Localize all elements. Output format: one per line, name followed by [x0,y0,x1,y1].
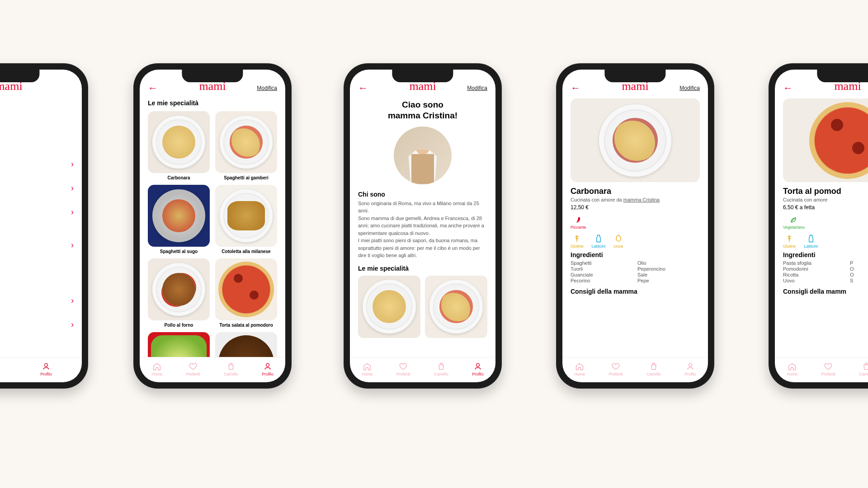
back-arrow-icon[interactable]: ← [783,83,793,93]
dish-thumb[interactable] [358,276,420,338]
dish-card[interactable] [215,332,277,357]
specialties-heading: Le mie specialità [358,265,487,272]
tag-dairy: Latticini [804,234,818,249]
chevron-right-icon: › [71,296,74,305]
modify-link[interactable]: Modifica [679,85,700,91]
back-arrow-icon[interactable]: ← [571,83,580,93]
settings-title: na [0,97,74,104]
tab-bar: Home Preferiti Carrello Profilo [350,357,495,382]
tab-favorites[interactable]: Preferiti [821,362,835,376]
cook-link[interactable]: mamma Cristina [623,197,660,202]
ingredients-heading: Ingredienti [571,251,700,258]
tab-profile[interactable]: Profilo [40,362,52,376]
settings-row[interactable]: › [0,200,74,224]
avatar [394,127,452,184]
tab-favorites[interactable]: Preferiti [186,362,200,376]
tab-favorites[interactable]: Preferiti [609,362,623,376]
tab-bar: Home Preferiti Carrello Profilo [140,357,285,382]
settings-row[interactable]: › [0,152,74,176]
chevron-right-icon: › [71,183,74,193]
dish-card[interactable]: Spaghetti al sugo [148,185,210,254]
tab-bar: Carrello Profilo [0,357,82,382]
tab-bar: Home Preferiti Carrello Profilo [775,357,868,382]
specialties-title: Le mie specialità [148,99,277,107]
dish-byline: Cucinata con amore [783,197,868,202]
tag-gluten: Glutine [571,234,584,249]
tips-heading: Consigli della mamm [783,288,868,295]
tab-cart[interactable]: Carrello [224,362,238,376]
tag-vegetarian: Vegetariano [783,215,805,230]
tab-favorites[interactable]: Preferiti [396,362,410,376]
ingredients-list: Pasta sfogliaP PomodoriniO RicottaO Uovo… [783,260,868,283]
tab-profile[interactable]: Profilo [684,362,696,376]
dish-hero [783,99,868,182]
tab-cart[interactable]: Carrello [646,362,661,376]
ingredients-list: SpaghettiOlio TuorliPeperoncino Guancial… [571,260,700,283]
settings-row[interactable]: ali› [0,176,74,200]
dish-byline: Cucinata con amore da mamma Cristina [571,197,700,202]
dish-card[interactable]: Spaghetti ai gamberi [215,111,277,180]
phone-dish-torta: ← mami Torta al pomod Cucinata con amore… [769,63,868,389]
tag-dairy: Latticini [592,234,606,249]
tab-home[interactable]: Home [362,362,373,376]
chevron-right-icon: › [71,207,74,217]
phone-specialties: ← mami Modifica Le mie specialità Carbon… [133,63,292,389]
tab-cart[interactable]: Carrello [859,362,868,376]
tab-profile[interactable]: Profilo [472,362,484,376]
chevron-right-icon: › [71,240,74,250]
ingredients-heading: Ingredienti [783,251,868,258]
modify-link[interactable]: Modifica [257,85,277,91]
tab-home[interactable]: Home [574,362,585,376]
dish-thumb[interactable] [425,276,487,338]
tab-home[interactable]: Home [787,362,797,376]
modify-link[interactable]: Modifica [467,85,487,91]
dish-price: 6,50 € a fetta [783,204,868,211]
dish-hero [571,99,700,182]
phone-dish-carbonara: ← mami Modifica Carbonara Cucinata con a… [556,63,714,389]
dish-card[interactable]: Pollo al forno [148,258,210,328]
dish-card[interactable]: Cotoletta alla milanese [215,185,277,254]
settings-subtitle: a il profilo visibile [0,105,74,112]
about-text: Sono originaria di Roma, ma vivo a Milan… [358,200,487,259]
phone-profile: ← mami Modifica Ciao sonomamma Cristina!… [344,63,502,389]
about-heading: Chi sono [358,191,487,198]
profile-greeting: Ciao sonomamma Cristina! [358,99,487,121]
chevron-right-icon: › [71,320,74,329]
tab-cart[interactable]: Carrello [434,362,448,376]
dish-card[interactable] [148,332,210,357]
tag-gluten: Glutine [783,234,796,249]
dish-title: Torta al pomod [783,187,868,196]
chevron-right-icon: › [71,160,74,169]
settings-row[interactable]: › [0,289,74,313]
dish-card[interactable]: Carbonara [148,111,210,180]
tab-home[interactable]: Home [151,362,162,376]
tips-heading: Consigli della mamma [571,288,700,295]
settings-row[interactable]: › [0,313,74,337]
back-arrow-icon[interactable]: ← [148,83,158,93]
back-arrow-icon[interactable]: ← [358,83,368,93]
tab-bar: Home Preferiti Carrello Profilo [562,357,708,382]
tag-eggs: Uova [613,234,623,249]
phone-settings: mami na a il profilo visibile › ali› › c… [0,63,88,389]
dish-price: 12,50 € [571,204,700,211]
tag-spicy: Piccante [571,215,586,230]
dish-title: Carbonara [571,187,700,196]
dish-card[interactable]: Torta salata al pomodoro [215,258,277,328]
settings-row[interactable]: card› [0,233,74,257]
tab-profile[interactable]: Profilo [262,362,274,376]
